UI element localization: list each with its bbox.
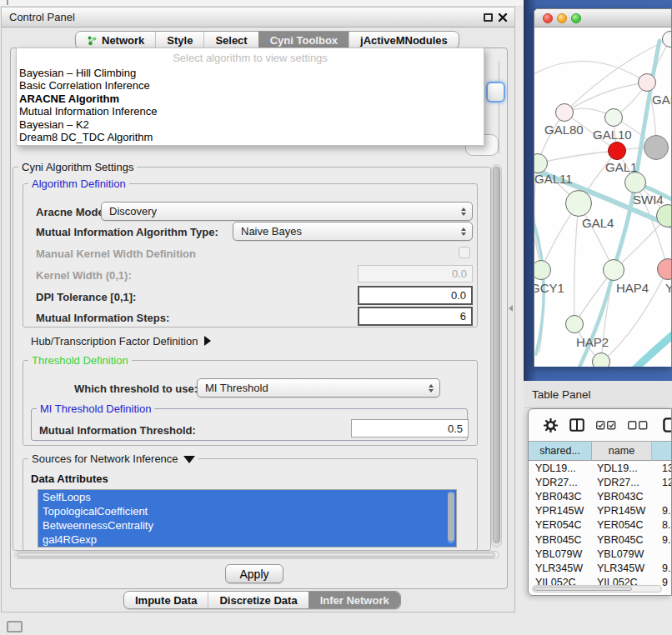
attribute-list-item[interactable]: TopologicalCoefficient (38, 504, 456, 518)
table-row[interactable]: YBL079WYBL079W (532, 547, 672, 561)
algorithm-combo-fragment[interactable] (486, 82, 505, 102)
tab-style[interactable]: Style (155, 32, 203, 48)
mi-steps-field[interactable]: 6 (358, 307, 473, 326)
column-header-shared-name[interactable]: shared... (529, 441, 592, 461)
table-row[interactable]: YBR045CYBR045C9. (532, 532, 672, 547)
manual-kernel-checkbox[interactable] (459, 247, 470, 258)
table-cell: YPR145W (592, 505, 650, 517)
network-node-swi4[interactable] (624, 172, 646, 193)
attribute-list-item[interactable]: SelfLoops (38, 490, 456, 504)
table-row[interactable]: YBR043CYBR043C (532, 489, 672, 503)
control-panel-tabbar: Network Style Select Cyni Toolbox jActiv… (75, 31, 459, 49)
list-vertical-scrollbar[interactable] (448, 492, 454, 543)
scrollbar-thumb[interactable] (17, 552, 495, 558)
which-threshold-combo[interactable]: MI Threshold (197, 378, 440, 398)
algorithm-option[interactable]: Mutual Information Inference (17, 105, 484, 118)
table-row[interactable]: YPR145WYPR145W9. (532, 504, 672, 518)
aracne-mode-combo[interactable]: Discovery (101, 202, 473, 221)
attribute-list-item[interactable]: BetweennessCentrality (38, 518, 456, 532)
node-label: HAP2 (576, 335, 609, 349)
attribute-list-item[interactable]: gal4RGexp (38, 532, 456, 547)
control-panel-header: Control Panel (2, 8, 514, 28)
table-row[interactable]: YDL19...YDL19...13 (532, 461, 672, 475)
aracne-mode-label: Aracne Mode: (36, 206, 108, 218)
table-body: YDL19...YDL19...13YDR27...YDR27...12YBR0… (532, 461, 672, 586)
node-label: Y (665, 281, 671, 295)
table-header-row: shared... name (529, 441, 672, 461)
table-cell: YBR043C (592, 491, 650, 502)
close-window-icon[interactable] (543, 13, 553, 23)
file-icon[interactable] (663, 418, 672, 432)
algorithm-option[interactable]: Basic Correlation Inference (17, 79, 484, 92)
network-window-titlebar[interactable] (534, 9, 671, 28)
tab-network[interactable]: Network (76, 32, 155, 48)
control-panel-title: Control Panel (9, 11, 75, 23)
settings-group-title: Cyni Algorithm Settings (18, 161, 137, 173)
apply-button[interactable]: Apply (225, 564, 283, 583)
table-cell: YLR345W (532, 562, 592, 574)
table-panel-title: Table Panel (532, 388, 591, 401)
kernel-width-field[interactable]: 0.0 (358, 265, 473, 282)
node-label: GAL (652, 92, 671, 107)
gear-icon[interactable] (544, 418, 558, 432)
network-node-gal[interactable] (638, 73, 656, 92)
hide-columns-icon[interactable] (628, 421, 648, 430)
network-node-gal1[interactable] (608, 142, 626, 160)
minimize-window-icon[interactable] (557, 13, 567, 23)
table-row[interactable]: YDR27...YDR27...12 (532, 475, 672, 489)
tab-jactivemnodules[interactable]: jActiveMNodules (349, 32, 459, 48)
show-columns-icon[interactable] (596, 421, 616, 430)
network-window: GALGAL80GAL10GAL1GAL11SWI4GAL4GCY1HAP4YH… (534, 8, 672, 367)
minimized-panel-icon[interactable] (7, 621, 23, 632)
algorithm-option[interactable]: Bayesian – K2 (17, 118, 484, 131)
network-node[interactable] (592, 352, 610, 367)
column-header-third[interactable] (652, 441, 672, 461)
scrollbar-thumb[interactable] (493, 167, 500, 543)
node-label: SWI4 (633, 192, 664, 207)
split-pane-grip[interactable] (509, 303, 514, 312)
tab-discretize-data[interactable]: Discretize Data (208, 592, 308, 608)
manual-kernel-label: Manual Kernel Width Definition (36, 248, 196, 260)
network-node-hap2[interactable] (565, 315, 584, 333)
table-row[interactable]: YLR345WYLR345W9. (532, 561, 672, 575)
table-toolbar (529, 409, 671, 441)
tab-cyni-toolbox[interactable]: Cyni Toolbox (258, 32, 349, 48)
columns-icon[interactable] (569, 418, 584, 432)
network-node-hap4[interactable] (603, 259, 624, 281)
which-threshold-value: MI Threshold (205, 382, 268, 394)
tab-select[interactable]: Select (203, 32, 258, 48)
mi-threshold-field[interactable]: 0.5 (351, 419, 469, 438)
node-label: GAL4 (582, 216, 614, 230)
zoom-window-icon[interactable] (571, 13, 581, 23)
algorithm-option[interactable]: Dream8 DC_TDC Algorithm (17, 131, 484, 143)
hub-definition-toggle[interactable]: Hub/Transcription Factor Definition (31, 335, 211, 348)
scrollbar-thumb[interactable] (534, 587, 632, 591)
table-horizontal-scrollbar[interactable] (532, 585, 662, 592)
network-node-gal80[interactable] (555, 103, 574, 122)
table-row[interactable]: YER054CYER054C8. (532, 518, 672, 532)
dpi-tolerance-field[interactable]: 0.0 (358, 286, 473, 305)
algorithm-option[interactable]: ARACNE Algorithm (17, 92, 484, 105)
tab-impute-data[interactable]: Impute Data (124, 592, 208, 608)
tab-infer-network[interactable]: Infer Network (308, 592, 400, 608)
data-attributes-list[interactable]: SelfLoopsTopologicalCoefficientBetweenne… (38, 489, 457, 548)
network-canvas[interactable]: GALGAL80GAL10GAL1GAL11SWI4GAL4GCY1HAP4YH… (534, 28, 671, 367)
network-node-gal10[interactable] (604, 108, 623, 127)
table-cell: YDR27... (592, 477, 650, 488)
node-label: GAL11 (534, 172, 573, 186)
float-panel-icon[interactable] (484, 13, 493, 22)
collapse-down-icon (183, 456, 195, 463)
settings-vertical-scrollbar[interactable] (491, 164, 502, 548)
threshold-definition-title: Threshold Definition (28, 354, 132, 367)
settings-horizontal-scrollbar[interactable] (14, 551, 499, 559)
network-node[interactable] (644, 135, 669, 160)
column-header-name[interactable]: name (592, 441, 652, 461)
close-panel-icon[interactable] (498, 12, 508, 22)
network-icon (87, 35, 98, 46)
network-node-gal4[interactable] (565, 190, 592, 217)
mi-type-combo[interactable]: Naive Bayes (233, 222, 473, 241)
kernel-width-label: Kernel Width (0,1): (36, 269, 132, 282)
table-cell: 8. (650, 519, 672, 531)
mi-type-label: Mutual Information Algorithm Type: (36, 226, 218, 238)
algorithm-option[interactable]: Bayesian – Hill Climbing (17, 67, 484, 79)
